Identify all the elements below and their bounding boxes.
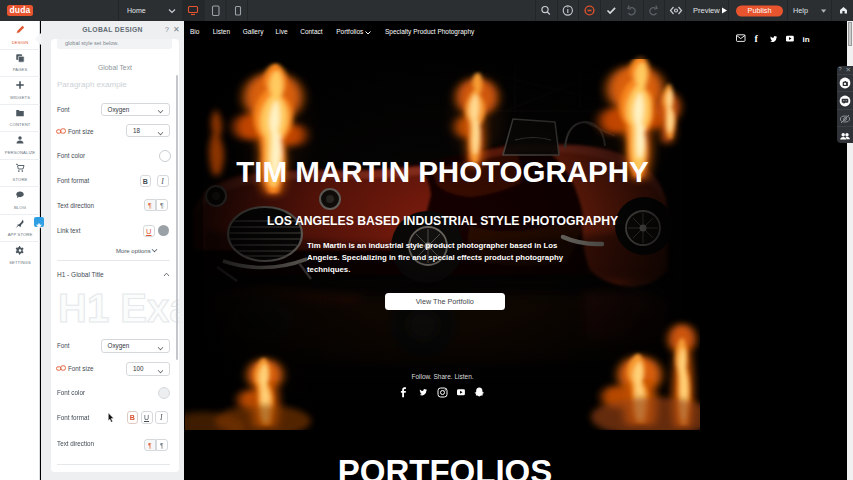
svg-text:Publish: Publish (748, 6, 772, 15)
svg-text:in: in (803, 35, 810, 44)
svg-text:f: f (755, 33, 759, 44)
svg-text:Preview: Preview (693, 6, 720, 15)
svg-text:Help: Help (793, 6, 808, 15)
